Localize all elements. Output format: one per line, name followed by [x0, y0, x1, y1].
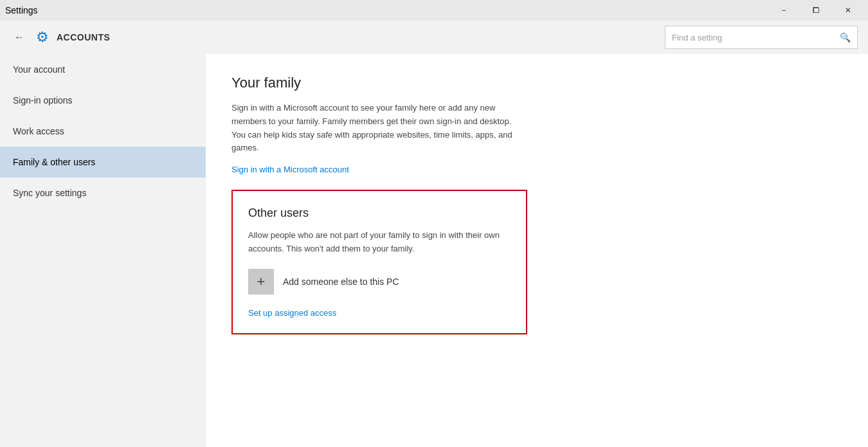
- search-icon: 🔍: [840, 32, 851, 42]
- sidebar-item-label: Sync your settings: [13, 188, 86, 198]
- header-bar: ← ⚙ ACCOUNTS 🔍: [0, 21, 868, 54]
- add-user-row: + Add someone else to this PC: [248, 269, 511, 295]
- assigned-access-link[interactable]: Set up assigned access: [248, 308, 336, 318]
- back-button[interactable]: ←: [10, 28, 28, 46]
- header-title: ACCOUNTS: [57, 32, 657, 42]
- title-bar: Settings − ⧠ ✕: [0, 0, 868, 21]
- other-users-box: Other users Allow people who are not par…: [231, 190, 527, 334]
- sidebar-item-sync-your-settings[interactable]: Sync your settings: [0, 178, 206, 208]
- close-button[interactable]: ✕: [833, 0, 863, 21]
- sidebar-item-your-account[interactable]: Your account: [0, 54, 206, 85]
- sidebar-item-label: Sign-in options: [13, 95, 73, 105]
- sidebar-item-sign-in-options[interactable]: Sign-in options: [0, 85, 206, 116]
- sidebar-item-work-access[interactable]: Work access: [0, 116, 206, 147]
- add-user-button[interactable]: +: [248, 269, 274, 295]
- sidebar-item-label: Your account: [13, 64, 65, 75]
- sidebar-item-label: Work access: [13, 126, 64, 136]
- main-layout: Your account Sign-in options Work access…: [0, 54, 868, 447]
- title-bar-left: Settings: [5, 5, 38, 15]
- minimize-button[interactable]: −: [769, 0, 799, 21]
- family-title: Your family: [231, 75, 842, 91]
- other-users-description: Allow people who are not part of your fa…: [248, 229, 511, 256]
- family-description: Sign in with a Microsoft account to see …: [231, 102, 527, 155]
- sign-in-microsoft-link[interactable]: Sign in with a Microsoft account: [231, 165, 349, 174]
- search-box: 🔍: [665, 26, 858, 49]
- title-bar-controls: − ⧠ ✕: [769, 0, 863, 21]
- maximize-button[interactable]: ⧠: [801, 0, 831, 21]
- other-users-title: Other users: [248, 206, 511, 220]
- sidebar-item-label: Family & other users: [13, 157, 95, 167]
- search-input[interactable]: [672, 33, 836, 42]
- sidebar-item-family-other-users[interactable]: Family & other users: [0, 147, 206, 178]
- gear-icon: ⚙: [36, 29, 49, 46]
- title-bar-title: Settings: [5, 5, 38, 15]
- sidebar: Your account Sign-in options Work access…: [0, 54, 206, 447]
- add-user-label: Add someone else to this PC: [283, 277, 399, 287]
- content-area: Your family Sign in with a Microsoft acc…: [206, 54, 868, 447]
